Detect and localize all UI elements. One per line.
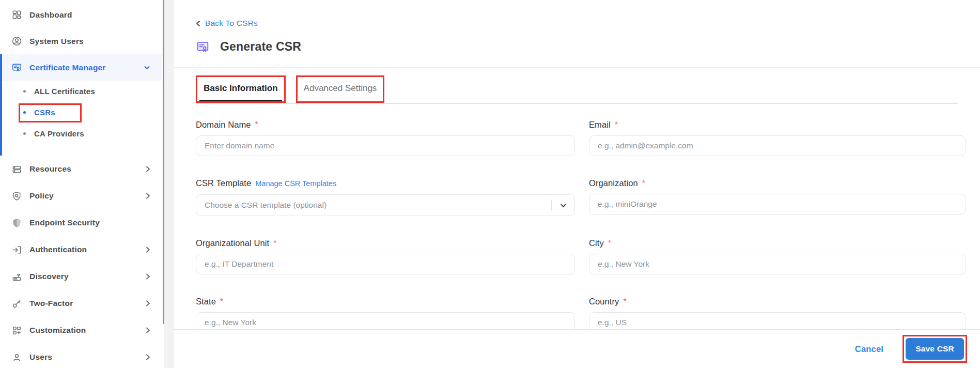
sidebar-item-system-users[interactable]: System Users — [0, 28, 162, 54]
state-field: State * — [196, 295, 575, 333]
manage-csr-templates-link[interactable]: Manage CSR Templates — [255, 177, 336, 190]
sidebar-item-authentication[interactable]: Authentication — [0, 236, 162, 263]
field-label: Organization — [589, 177, 638, 190]
csr-form: Domain Name * Email * CSR Template Manag… — [196, 118, 966, 333]
city-input[interactable] — [589, 254, 966, 274]
sidebar-item-label: Dashboard — [29, 10, 72, 20]
country-field: Country * — [589, 295, 966, 333]
tab-bar: Basic Information Advanced Settings — [196, 68, 958, 104]
required-asterisk: * — [623, 295, 626, 308]
email-input[interactable] — [589, 135, 966, 156]
bullet-icon — [23, 132, 26, 135]
chevron-right-icon — [146, 327, 150, 334]
sidebar-item-two-factor[interactable]: Two-Factor — [0, 290, 162, 317]
resources-icon — [11, 163, 22, 175]
required-asterisk: * — [273, 237, 276, 250]
certificate-manager-submenu: ALL Certificates CSRs CA Providers — [0, 81, 162, 156]
organization-input[interactable] — [589, 194, 966, 214]
tab-basic-information[interactable]: Basic Information — [196, 75, 286, 103]
select-placeholder: Choose a CSR template (optional) — [205, 201, 551, 210]
email-field: Email * — [589, 118, 966, 156]
sidebar-item-certificate-manager[interactable]: Certificate Manager — [0, 54, 162, 81]
field-label: CSR Template — [196, 177, 251, 190]
key-icon — [11, 298, 22, 309]
sidebar-item-label: Discovery — [29, 272, 69, 281]
sidebar-item-label: System Users — [29, 37, 84, 46]
chevron-down-icon — [144, 65, 150, 70]
organization-field: Organization * — [589, 177, 966, 216]
csr-template-select[interactable]: Choose a CSR template (optional) — [196, 194, 575, 216]
annotation-box-save: Save CSR — [903, 335, 967, 363]
organizational-unit-field: Organizational Unit * — [196, 237, 575, 274]
field-label: State — [196, 295, 216, 308]
sidebar-subitem-all-certificates[interactable]: ALL Certificates — [0, 81, 162, 102]
back-to-csrs-link[interactable]: Back To CSRs — [196, 19, 258, 28]
chevron-right-icon — [146, 300, 150, 307]
required-asterisk: * — [608, 237, 611, 250]
csr-template-field: CSR Template Manage CSR Templates Choose… — [196, 177, 575, 216]
sidebar-subitem-csrs[interactable]: CSRs — [0, 102, 162, 123]
chevron-right-icon — [146, 193, 150, 200]
sidebar-item-label: Certificate Manager — [29, 63, 106, 72]
back-link-label: Back To CSRs — [205, 19, 258, 28]
login-arrow-icon — [11, 244, 22, 255]
cancel-button[interactable]: Cancel — [855, 344, 883, 354]
sidebar-item-policy[interactable]: Policy — [0, 182, 162, 209]
certificate-icon — [11, 62, 22, 73]
router-icon — [11, 271, 22, 282]
sidebar-item-dashboard[interactable]: Dashboard — [0, 2, 162, 28]
sidebar-subitem-label: ALL Certificates — [34, 87, 95, 96]
sidebar-subitem-ca-providers[interactable]: CA Providers — [0, 123, 162, 144]
sidebar-scrollbar[interactable] — [163, 0, 164, 324]
sidebar-item-discovery[interactable]: Discovery — [0, 263, 162, 290]
sidebar: Dashboard System Users Certificate Manag… — [0, 0, 162, 368]
main-content: Back To CSRs Generate CSR Basic Informat… — [174, 0, 980, 368]
organizational-unit-input[interactable] — [196, 254, 575, 274]
form-action-bar: Cancel Save CSR — [174, 329, 980, 368]
sidebar-item-label: Policy — [29, 191, 54, 201]
sidebar-item-label: Resources — [29, 164, 71, 174]
generate-csr-icon — [196, 40, 210, 54]
dashboard-icon — [11, 9, 22, 21]
user-circle-icon — [11, 36, 22, 47]
sidebar-item-label: Two-Factor — [29, 299, 73, 308]
chevron-right-icon — [146, 166, 150, 173]
sidebar-item-resources[interactable]: Resources — [0, 156, 162, 182]
sidebar-item-label: Customization — [29, 326, 86, 335]
tab-advanced-settings[interactable]: Advanced Settings — [296, 75, 385, 103]
domain-name-input[interactable] — [196, 135, 575, 156]
sidebar-item-label: Authentication — [29, 245, 87, 254]
chevron-down-icon — [552, 202, 574, 209]
page-title: Generate CSR — [220, 40, 301, 54]
required-asterisk: * — [255, 118, 258, 131]
field-label: Organizational Unit — [196, 237, 269, 250]
field-label: Domain Name — [196, 118, 251, 131]
active-section-indicator — [0, 54, 2, 156]
sidebar-subitem-label: CA Providers — [34, 129, 84, 138]
sidebar-item-users[interactable]: Users — [0, 344, 162, 368]
bullet-icon — [23, 111, 26, 114]
chevron-left-icon — [196, 20, 200, 27]
chevron-right-icon — [146, 273, 150, 280]
chevron-right-icon — [146, 247, 150, 253]
policy-shield-icon — [11, 190, 22, 202]
page-header: Generate CSR — [196, 40, 966, 54]
sidebar-item-customization[interactable]: Customization — [0, 317, 162, 344]
city-field: City * — [589, 237, 966, 274]
field-label: Country — [589, 295, 619, 308]
chevron-right-icon — [146, 354, 150, 361]
sidebar-item-label: Endpoint Security — [29, 218, 100, 227]
grid-plus-icon — [11, 325, 22, 336]
required-asterisk: * — [615, 118, 618, 131]
layout-gutter — [164, 0, 174, 368]
save-csr-button[interactable]: Save CSR — [906, 338, 964, 360]
sidebar-item-label: Users — [29, 352, 52, 362]
person-icon — [11, 351, 22, 363]
sidebar-subitem-label: CSRs — [34, 108, 55, 117]
field-label: City — [589, 237, 604, 250]
sidebar-item-endpoint-security[interactable]: Endpoint Security — [0, 209, 162, 236]
required-asterisk: * — [220, 295, 223, 308]
field-label: Email — [589, 118, 611, 131]
endpoint-shield-icon — [11, 217, 22, 228]
required-asterisk: * — [642, 177, 645, 190]
